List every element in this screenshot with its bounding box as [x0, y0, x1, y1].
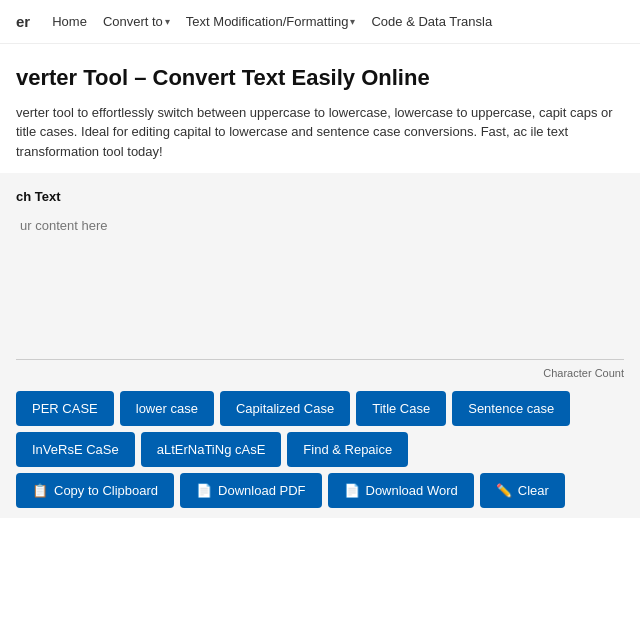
hero-section: verter Tool – Convert Text Easily Online… — [0, 44, 640, 173]
btn-download-pdf[interactable]: 📄Download PDF — [180, 473, 321, 508]
clear-icon: ✏️ — [496, 483, 512, 498]
btn-download-word[interactable]: 📄Download Word — [328, 473, 474, 508]
btn-inverse-case[interactable]: InVeRsE CaSe — [16, 432, 135, 467]
btn-copy-clipboard[interactable]: 📋Copy to Clipboard — [16, 473, 174, 508]
btn-alternating-case[interactable]: aLtErNaTiNg cAsE — [141, 432, 282, 467]
tool-section: ch Text Character Count — [0, 173, 640, 383]
nav-links: Home Convert to ▾ Text Modification/Form… — [46, 10, 498, 33]
textarea-wrapper — [16, 210, 624, 363]
nav-home[interactable]: Home — [46, 10, 93, 33]
download-word-label: Download Word — [366, 483, 458, 498]
char-count-label: Character Count — [543, 367, 624, 379]
case-buttons-row1: PER CASElower caseCapitalized CaseTitle … — [16, 391, 624, 426]
copy-clipboard-label: Copy to Clipboard — [54, 483, 158, 498]
download-pdf-icon: 📄 — [196, 483, 212, 498]
hero-title: verter Tool – Convert Text Easily Online — [16, 64, 624, 93]
btn-capitalized-case[interactable]: Capitalized Case — [220, 391, 350, 426]
download-pdf-label: Download PDF — [218, 483, 305, 498]
navbar: er Home Convert to ▾ Text Modification/F… — [0, 0, 640, 44]
hero-desc-text: verter tool to effortlessly switch betwe… — [16, 105, 613, 159]
btn-lower-case[interactable]: lower case — [120, 391, 214, 426]
nav-convert-arrow: ▾ — [165, 16, 170, 27]
btn-find-replace[interactable]: Find & Repaice — [287, 432, 408, 467]
btn-clear[interactable]: ✏️Clear — [480, 473, 565, 508]
nav-textmod-label: Text Modification/Formatting — [186, 14, 349, 29]
case-buttons-row2: InVeRsE CaSeaLtErNaTiNg cAsEFind & Repai… — [16, 432, 624, 467]
clear-label: Clear — [518, 483, 549, 498]
nav-codedata[interactable]: Code & Data Transla — [365, 10, 498, 33]
main-text-input[interactable] — [16, 210, 624, 360]
nav-textmod-arrow: ▾ — [350, 16, 355, 27]
action-buttons-row: 📋Copy to Clipboard📄Download PDF📄Download… — [16, 473, 624, 508]
btn-upper-case[interactable]: PER CASE — [16, 391, 114, 426]
copy-clipboard-icon: 📋 — [32, 483, 48, 498]
buttons-section: PER CASElower caseCapitalized CaseTitle … — [0, 383, 640, 518]
download-word-icon: 📄 — [344, 483, 360, 498]
nav-convert-dropdown[interactable]: Convert to ▾ — [97, 10, 176, 33]
hero-description: verter tool to effortlessly switch betwe… — [16, 103, 624, 162]
nav-convert-label: Convert to — [103, 14, 163, 29]
char-count-bar: Character Count — [16, 363, 624, 383]
tool-label: ch Text — [16, 183, 624, 204]
brand: er — [16, 13, 30, 30]
btn-sentence-case[interactable]: Sentence case — [452, 391, 570, 426]
nav-textmod-dropdown[interactable]: Text Modification/Formatting ▾ — [180, 10, 362, 33]
btn-title-case[interactable]: Title Case — [356, 391, 446, 426]
